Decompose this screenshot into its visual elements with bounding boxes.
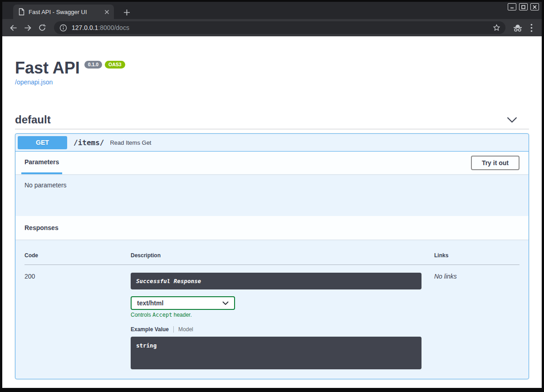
operation-path: /items/ [74, 138, 104, 147]
tag-section-header[interactable]: default [15, 113, 529, 126]
browser-tab[interactable]: Fast API - Swagger UI [13, 5, 114, 19]
info-icon[interactable] [59, 24, 67, 32]
incognito-icon [512, 21, 524, 34]
url-path: :8000/docs [98, 24, 129, 31]
tag-divider [15, 129, 529, 129]
new-tab-button[interactable] [121, 7, 132, 18]
minimize-button[interactable] [508, 3, 516, 10]
media-type-select[interactable]: text/html [131, 296, 235, 310]
column-links: Links [434, 249, 519, 265]
parameters-tab-label: Parameters [25, 158, 59, 166]
api-title-text: Fast API [15, 59, 80, 77]
response-description-cell: Successful Response text/html Controls A [131, 265, 434, 370]
api-title: Fast API 0.1.0 OAS3 [15, 59, 529, 77]
reload-button[interactable] [36, 21, 49, 34]
parameters-body: No parameters [15, 174, 529, 216]
parameters-section-header: Parameters Try it out [15, 152, 529, 174]
operation-block: GET /items/ Read Items Get Parameters Tr… [15, 133, 529, 379]
response-row-200: 200 Successful Response text/html [25, 265, 519, 370]
responses-table-header-row: Code Description Links [25, 249, 519, 265]
url-text: 127.0.0.1:8000/docs [72, 24, 488, 31]
no-links-text: No links [434, 273, 457, 280]
example-value-box: string [131, 337, 421, 369]
responses-inner: Code Description Links 200 Successful Re [15, 240, 529, 379]
tab-model[interactable]: Model [178, 326, 193, 333]
column-code: Code [25, 249, 131, 265]
try-it-out-button[interactable]: Try it out [471, 156, 519, 170]
forward-button[interactable] [21, 21, 34, 34]
maximize-button[interactable] [519, 3, 528, 10]
api-badges: 0.1.0 OAS3 [84, 61, 125, 69]
url-host: 127.0.0.1 [72, 24, 98, 31]
version-badge: 0.1.0 [84, 61, 102, 69]
back-button[interactable] [7, 21, 20, 34]
response-code: 200 [25, 265, 131, 370]
model-example-tabs: Example Value Model [131, 326, 434, 333]
browser-window: Fast API - Swagger UI [2, 2, 542, 388]
response-description-text: Successful Response [136, 278, 201, 284]
response-description-box: Successful Response [131, 273, 421, 289]
example-value-text: string [136, 342, 157, 349]
get-method-badge: GET [18, 136, 67, 149]
openapi-spec-link[interactable]: /openapi.json [15, 78, 53, 86]
address-bar[interactable]: 127.0.0.1:8000/docs [54, 21, 505, 34]
responses-section-header: Responses [15, 216, 529, 240]
column-description: Description [131, 249, 434, 265]
tab-separator [173, 326, 174, 333]
browser-toolbar: 127.0.0.1:8000/docs [2, 19, 542, 36]
tab-bar: Fast API - Swagger UI [2, 2, 542, 19]
bookmark-star-icon[interactable] [492, 24, 501, 32]
chevron-down-icon[interactable] [507, 117, 517, 123]
tab-close-icon[interactable] [104, 10, 109, 15]
responses-title: Responses [25, 224, 59, 231]
response-links-cell: No links [434, 265, 519, 370]
responses-table: Code Description Links 200 Successful Re [25, 249, 519, 369]
browser-menu-button[interactable] [525, 21, 537, 34]
accept-header-hint: Controls Accept header. [131, 312, 434, 318]
swagger-page: Fast API 0.1.0 OAS3 /openapi.json defaul… [2, 36, 542, 388]
document-icon [19, 8, 25, 15]
close-button[interactable] [530, 3, 539, 10]
tag-name: default [15, 113, 51, 126]
oas3-badge: OAS3 [105, 61, 125, 69]
no-parameters-text: No parameters [25, 181, 67, 189]
media-type-value: text/html [137, 299, 163, 307]
accept-header-code: Accept [152, 312, 172, 318]
chevron-down-icon [222, 301, 229, 305]
operation-summary[interactable]: GET /items/ Read Items Get [15, 134, 529, 152]
operation-description: Read Items Get [110, 139, 151, 146]
tab-title: Fast API - Swagger UI [29, 9, 100, 15]
tab-example-value[interactable]: Example Value [131, 326, 169, 333]
window-controls [508, 3, 539, 10]
tab-parameters[interactable]: Parameters [21, 152, 62, 174]
